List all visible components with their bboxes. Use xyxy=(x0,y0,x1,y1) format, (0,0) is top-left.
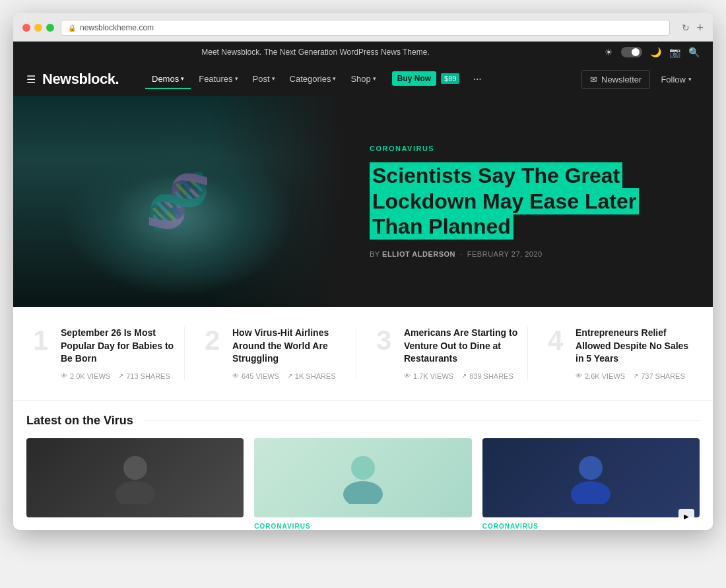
person-icon-dark xyxy=(109,451,162,504)
latest-image-placeholder-2 xyxy=(254,438,471,517)
latest-card-image-3: ▶ xyxy=(482,438,700,517)
svg-point-1 xyxy=(116,481,155,504)
hero-content: CORONAVIRUS Scientists Say The Great Loc… xyxy=(343,96,713,307)
trending-content-3: Americans Are Starting to Venture Out to… xyxy=(404,327,521,380)
refresh-button[interactable]: ↻ xyxy=(682,22,690,33)
hero-section: CORONAVIRUS Scientists Say The Great Loc… xyxy=(13,96,713,307)
shares-stat-2: ↗ 1K SHARES xyxy=(287,372,336,380)
camera-icon[interactable]: 📷 xyxy=(669,47,680,57)
lab-icon xyxy=(564,451,617,504)
trending-stats-4: 👁 2.6K VIEWS ↗ 737 SHARES xyxy=(576,372,693,380)
list-item[interactable]: ▶ CORONAVIRUS xyxy=(482,438,700,530)
site-logo[interactable]: Newsblock. xyxy=(42,71,119,88)
trending-number-1: 1 xyxy=(33,327,53,380)
trending-title-3: Americans Are Starting to Venture Out to… xyxy=(404,327,521,366)
minimize-button[interactable] xyxy=(34,24,42,32)
list-item[interactable]: CORONAVIRUS xyxy=(254,438,471,530)
list-item[interactable] xyxy=(26,438,244,530)
play-button[interactable]: ▶ xyxy=(678,509,694,517)
shares-stat-1: ↗ 713 SHARES xyxy=(118,372,170,380)
latest-section: Latest on the Virus xyxy=(13,401,713,530)
views-stat-4: 👁 2.6K VIEWS xyxy=(576,372,625,380)
announcement-icons: ☀ 🌙 📷 🔍 xyxy=(605,47,700,57)
latest-image-placeholder-3: ▶ xyxy=(482,438,700,517)
newsletter-button[interactable]: ✉ Newsletter xyxy=(581,70,650,89)
views-icon-4: 👁 xyxy=(576,372,582,379)
hamburger-menu[interactable]: ☰ xyxy=(26,73,36,86)
dark-mode-toggle[interactable] xyxy=(621,47,642,57)
hero-author[interactable]: ELLIOT ALDERSON xyxy=(382,250,455,258)
nav-post[interactable]: Post ▾ xyxy=(246,70,282,89)
latest-image-placeholder-1 xyxy=(26,438,244,517)
trending-stats-1: 👁 2.0K VIEWS ↗ 713 SHARES xyxy=(61,372,178,380)
nav-more[interactable]: ··· xyxy=(467,73,486,85)
nav-links: Demos ▾ Features ▾ Post ▾ Categories ▾ S… xyxy=(145,67,581,91)
views-icon-2: 👁 xyxy=(232,372,239,379)
sun-icon[interactable]: ☀ xyxy=(605,47,613,57)
shares-stat-3: ↗ 839 SHARES xyxy=(461,372,513,380)
svg-point-5 xyxy=(571,481,610,504)
trending-section: 1 September 26 Is Most Popular Day for B… xyxy=(13,307,713,401)
svg-point-3 xyxy=(343,481,383,504)
latest-card-image-2 xyxy=(254,438,471,517)
latest-divider xyxy=(144,420,700,421)
main-nav: ☰ Newsblock. Demos ▾ Features ▾ Post ▾ C… xyxy=(13,63,713,96)
hero-title-wrapper[interactable]: Scientists Say The Great Lockdown May Ea… xyxy=(370,163,686,239)
list-item[interactable]: 3 Americans Are Starting to Venture Out … xyxy=(370,327,528,380)
trending-stats-2: 👁 645 VIEWS ↗ 1K SHARES xyxy=(232,372,349,380)
moon-icon[interactable]: 🌙 xyxy=(650,47,661,57)
nav-buy-now[interactable]: Buy Now $89 xyxy=(384,67,467,91)
svg-point-0 xyxy=(123,456,147,480)
views-stat-3: 👁 1.7K VIEWS xyxy=(404,372,453,380)
toggle-knob xyxy=(632,48,640,56)
browser-chrome: 🔒 newsblockheme.com ↻ + xyxy=(13,13,713,42)
views-icon-3: 👁 xyxy=(404,372,411,379)
address-bar[interactable]: 🔒 newsblockheme.com xyxy=(61,20,670,36)
share-icon-1: ↗ xyxy=(118,372,123,379)
follow-button[interactable]: Follow ▾ xyxy=(653,71,700,88)
nav-features[interactable]: Features ▾ xyxy=(192,70,244,89)
views-icon-1: 👁 xyxy=(61,372,67,379)
website-content: Meet Newsblock. The Next Generation Word… xyxy=(13,42,713,530)
nav-shop[interactable]: Shop ▾ xyxy=(344,70,382,89)
follow-chevron: ▾ xyxy=(688,76,692,82)
trending-content-4: Entrepreneurs Relief Allowed Despite No … xyxy=(576,327,693,380)
latest-card-category-2: CORONAVIRUS xyxy=(254,523,471,530)
person-icon-light xyxy=(337,451,389,504)
maximize-button[interactable] xyxy=(46,24,54,32)
shop-chevron: ▾ xyxy=(373,75,376,82)
list-item[interactable]: 2 How Virus-Hit Airlines Around the Worl… xyxy=(198,327,356,380)
latest-section-title: Latest on the Virus xyxy=(26,414,133,428)
hero-meta: BY ELLIOT ALDERSON · FEBRUARY 27, 2020 xyxy=(370,250,686,258)
shares-stat-4: ↗ 737 SHARES xyxy=(633,372,685,380)
search-icon[interactable]: 🔍 xyxy=(688,47,700,57)
announcement-bar: Meet Newsblock. The Next Generation Word… xyxy=(13,42,713,63)
hero-title-line3: Than Planned xyxy=(370,213,513,240)
latest-card-image-1 xyxy=(26,438,244,517)
list-item[interactable]: 4 Entrepreneurs Relief Allowed Despite N… xyxy=(541,327,700,380)
nav-categories[interactable]: Categories ▾ xyxy=(283,70,343,89)
trending-title-1: September 26 Is Most Popular Day for Bab… xyxy=(61,327,178,366)
close-button[interactable] xyxy=(22,24,30,32)
nav-demos[interactable]: Demos ▾ xyxy=(145,70,191,89)
trending-content-1: September 26 Is Most Popular Day for Bab… xyxy=(61,327,178,380)
nav-right: ✉ Newsletter Follow ▾ xyxy=(581,70,700,89)
hero-person-image xyxy=(13,96,343,307)
share-icon-2: ↗ xyxy=(287,372,292,379)
url-text: newsblockheme.com xyxy=(80,23,154,32)
latest-grid: CORONAVIRUS ▶ CORONAVIRUS xyxy=(26,438,700,530)
trending-title-2: How Virus-Hit Airlines Around the World … xyxy=(232,327,349,366)
new-tab-button[interactable]: + xyxy=(696,21,704,35)
announcement-text: Meet Newsblock. The Next Generation Word… xyxy=(26,48,605,57)
trending-number-2: 2 xyxy=(205,327,224,380)
trending-stats-3: 👁 1.7K VIEWS ↗ 839 SHARES xyxy=(404,372,521,380)
list-item[interactable]: 1 September 26 Is Most Popular Day for B… xyxy=(26,327,185,380)
views-stat-1: 👁 2.0K VIEWS xyxy=(61,372,110,380)
trending-title-4: Entrepreneurs Relief Allowed Despite No … xyxy=(576,327,693,366)
hero-date: FEBRUARY 27, 2020 xyxy=(467,250,543,258)
lock-icon: 🔒 xyxy=(68,24,76,32)
trending-number-3: 3 xyxy=(376,327,396,380)
svg-point-2 xyxy=(351,456,375,480)
hero-title: Scientists Say The Great Lockdown May Ea… xyxy=(370,163,686,239)
share-icon-3: ↗ xyxy=(461,372,467,379)
